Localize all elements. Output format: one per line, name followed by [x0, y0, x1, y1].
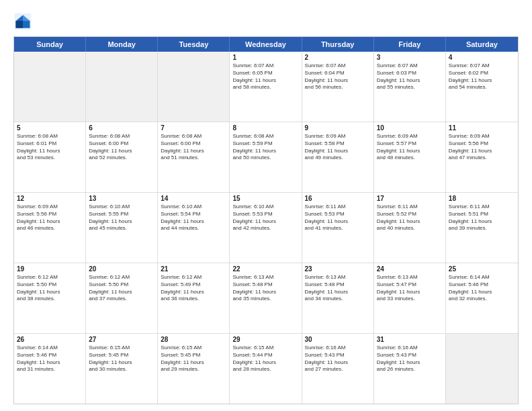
cell-info: Sunrise: 6:15 AM Sunset: 5:45 PM Dayligh… — [161, 345, 226, 373]
day-number: 11 — [449, 124, 515, 132]
cell-info: Sunrise: 6:14 AM Sunset: 5:46 PM Dayligh… — [449, 274, 515, 303]
day-number: 23 — [305, 265, 371, 273]
cal-cell: 13Sunrise: 6:10 AM Sunset: 5:55 PM Dayli… — [86, 193, 158, 263]
calendar-row-3: 19Sunrise: 6:12 AM Sunset: 5:50 PM Dayli… — [14, 263, 518, 333]
cal-cell: 23Sunrise: 6:13 AM Sunset: 5:48 PM Dayli… — [302, 263, 374, 333]
calendar-row-1: 5Sunrise: 6:08 AM Sunset: 6:01 PM Daylig… — [14, 122, 518, 192]
cal-cell: 24Sunrise: 6:13 AM Sunset: 5:47 PM Dayli… — [374, 263, 446, 333]
cal-cell: 5Sunrise: 6:08 AM Sunset: 6:01 PM Daylig… — [14, 122, 86, 192]
calendar: SundayMondayTuesdayWednesdayThursdayFrid… — [13, 36, 519, 404]
cal-cell: 17Sunrise: 6:11 AM Sunset: 5:52 PM Dayli… — [374, 193, 446, 263]
day-number: 1 — [232, 54, 298, 61]
cell-info: Sunrise: 6:16 AM Sunset: 5:43 PM Dayligh… — [377, 345, 443, 373]
cell-info: Sunrise: 6:10 AM Sunset: 5:55 PM Dayligh… — [89, 203, 154, 232]
calendar-body: 1Sunrise: 6:07 AM Sunset: 6:05 PM Daylig… — [14, 52, 518, 404]
cal-cell: 7Sunrise: 6:08 AM Sunset: 6:00 PM Daylig… — [158, 122, 230, 192]
day-number: 18 — [449, 195, 515, 202]
cell-info: Sunrise: 6:09 AM Sunset: 5:56 PM Dayligh… — [17, 203, 83, 232]
cal-cell: 16Sunrise: 6:11 AM Sunset: 5:53 PM Dayli… — [302, 193, 374, 263]
cal-cell — [158, 52, 230, 122]
cell-info: Sunrise: 6:12 AM Sunset: 5:50 PM Dayligh… — [17, 274, 83, 303]
cal-cell: 21Sunrise: 6:12 AM Sunset: 5:49 PM Dayli… — [158, 263, 230, 333]
cell-info: Sunrise: 6:13 AM Sunset: 5:48 PM Dayligh… — [305, 274, 371, 303]
day-number: 25 — [449, 265, 515, 273]
cal-cell: 14Sunrise: 6:10 AM Sunset: 5:54 PM Dayli… — [158, 193, 230, 263]
cell-info: Sunrise: 6:15 AM Sunset: 5:45 PM Dayligh… — [89, 345, 154, 373]
cell-info: Sunrise: 6:12 AM Sunset: 5:49 PM Dayligh… — [161, 274, 226, 303]
calendar-header: SundayMondayTuesdayWednesdayThursdayFrid… — [14, 37, 518, 52]
cal-cell: 12Sunrise: 6:09 AM Sunset: 5:56 PM Dayli… — [14, 193, 86, 263]
cell-info: Sunrise: 6:07 AM Sunset: 6:03 PM Dayligh… — [377, 62, 443, 91]
cell-info: Sunrise: 6:11 AM Sunset: 5:52 PM Dayligh… — [377, 203, 443, 232]
day-number: 8 — [232, 124, 298, 132]
cal-cell: 11Sunrise: 6:09 AM Sunset: 5:56 PM Dayli… — [446, 122, 518, 192]
calendar-row-4: 26Sunrise: 6:14 AM Sunset: 5:46 PM Dayli… — [14, 333, 518, 404]
calendar-row-2: 12Sunrise: 6:09 AM Sunset: 5:56 PM Dayli… — [14, 192, 518, 263]
cell-info: Sunrise: 6:10 AM Sunset: 5:53 PM Dayligh… — [232, 203, 298, 232]
weekday-header-sunday: Sunday — [14, 37, 86, 52]
day-number: 21 — [161, 265, 226, 273]
day-number: 4 — [449, 54, 515, 61]
weekday-header-tuesday: Tuesday — [158, 37, 230, 52]
cell-info: Sunrise: 6:07 AM Sunset: 6:04 PM Dayligh… — [305, 62, 371, 91]
cell-info: Sunrise: 6:12 AM Sunset: 5:50 PM Dayligh… — [89, 274, 154, 303]
day-number: 20 — [89, 265, 154, 273]
cal-cell: 20Sunrise: 6:12 AM Sunset: 5:50 PM Dayli… — [86, 263, 158, 333]
logo-icon — [13, 12, 32, 31]
cell-info: Sunrise: 6:07 AM Sunset: 6:05 PM Dayligh… — [232, 62, 298, 91]
cell-info: Sunrise: 6:08 AM Sunset: 6:00 PM Dayligh… — [161, 133, 226, 162]
cell-info: Sunrise: 6:09 AM Sunset: 5:57 PM Dayligh… — [377, 133, 443, 162]
cal-cell: 31Sunrise: 6:16 AM Sunset: 5:43 PM Dayli… — [374, 334, 446, 404]
day-number: 14 — [161, 195, 226, 202]
day-number: 2 — [305, 54, 371, 61]
day-number: 31 — [377, 336, 443, 343]
cell-info: Sunrise: 6:09 AM Sunset: 5:58 PM Dayligh… — [305, 133, 371, 162]
cal-cell: 30Sunrise: 6:16 AM Sunset: 5:43 PM Dayli… — [302, 334, 374, 404]
cal-cell: 2Sunrise: 6:07 AM Sunset: 6:04 PM Daylig… — [302, 52, 374, 122]
day-number: 24 — [377, 265, 443, 273]
cal-cell: 3Sunrise: 6:07 AM Sunset: 6:03 PM Daylig… — [374, 52, 446, 122]
weekday-header-thursday: Thursday — [302, 37, 374, 52]
cal-cell — [86, 52, 158, 122]
cell-info: Sunrise: 6:11 AM Sunset: 5:53 PM Dayligh… — [305, 203, 371, 232]
day-number: 12 — [17, 195, 83, 202]
day-number: 10 — [377, 124, 443, 132]
cell-info: Sunrise: 6:13 AM Sunset: 5:47 PM Dayligh… — [377, 274, 443, 303]
day-number: 26 — [17, 336, 83, 343]
day-number: 6 — [89, 124, 154, 132]
logo — [13, 12, 35, 31]
cal-cell: 22Sunrise: 6:13 AM Sunset: 5:48 PM Dayli… — [230, 263, 302, 333]
calendar-row-0: 1Sunrise: 6:07 AM Sunset: 6:05 PM Daylig… — [14, 52, 518, 122]
cell-info: Sunrise: 6:13 AM Sunset: 5:48 PM Dayligh… — [232, 274, 298, 303]
cal-cell: 9Sunrise: 6:09 AM Sunset: 5:58 PM Daylig… — [302, 122, 374, 192]
day-number: 13 — [89, 195, 154, 202]
cell-info: Sunrise: 6:10 AM Sunset: 5:54 PM Dayligh… — [161, 203, 226, 232]
cell-info: Sunrise: 6:09 AM Sunset: 5:56 PM Dayligh… — [449, 133, 515, 162]
day-number: 17 — [377, 195, 443, 202]
day-number: 16 — [305, 195, 371, 202]
cal-cell: 28Sunrise: 6:15 AM Sunset: 5:45 PM Dayli… — [158, 334, 230, 404]
day-number: 15 — [232, 195, 298, 202]
cal-cell: 4Sunrise: 6:07 AM Sunset: 6:02 PM Daylig… — [446, 52, 518, 122]
header — [13, 12, 519, 31]
cal-cell: 18Sunrise: 6:11 AM Sunset: 5:51 PM Dayli… — [446, 193, 518, 263]
day-number: 19 — [17, 265, 83, 273]
cal-cell: 1Sunrise: 6:07 AM Sunset: 6:05 PM Daylig… — [230, 52, 302, 122]
day-number: 22 — [232, 265, 298, 273]
day-number: 5 — [17, 124, 83, 132]
cal-cell: 8Sunrise: 6:08 AM Sunset: 5:59 PM Daylig… — [230, 122, 302, 192]
cell-info: Sunrise: 6:08 AM Sunset: 6:01 PM Dayligh… — [17, 133, 83, 162]
cell-info: Sunrise: 6:08 AM Sunset: 6:00 PM Dayligh… — [89, 133, 154, 162]
weekday-header-friday: Friday — [374, 37, 446, 52]
cal-cell: 10Sunrise: 6:09 AM Sunset: 5:57 PM Dayli… — [374, 122, 446, 192]
day-number: 30 — [305, 336, 371, 343]
cell-info: Sunrise: 6:15 AM Sunset: 5:44 PM Dayligh… — [232, 345, 298, 373]
cell-info: Sunrise: 6:08 AM Sunset: 5:59 PM Dayligh… — [232, 133, 298, 162]
weekday-header-monday: Monday — [86, 37, 158, 52]
day-number: 29 — [232, 336, 298, 343]
cal-cell: 29Sunrise: 6:15 AM Sunset: 5:44 PM Dayli… — [230, 334, 302, 404]
day-number: 28 — [161, 336, 226, 343]
day-number: 27 — [89, 336, 154, 343]
cell-info: Sunrise: 6:14 AM Sunset: 5:46 PM Dayligh… — [17, 345, 83, 373]
cell-info: Sunrise: 6:11 AM Sunset: 5:51 PM Dayligh… — [449, 203, 515, 232]
